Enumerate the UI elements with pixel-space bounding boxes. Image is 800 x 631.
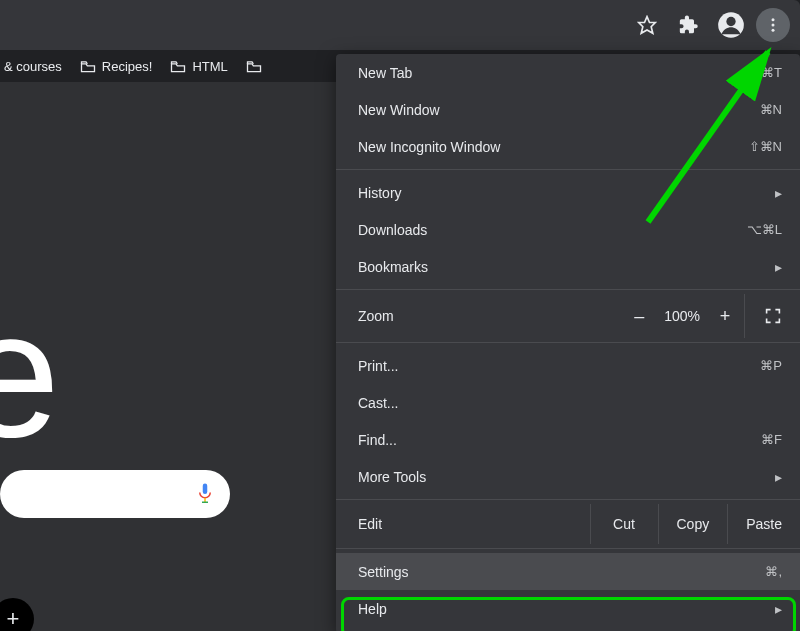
star-icon[interactable] [630, 8, 664, 42]
svg-point-5 [772, 29, 775, 32]
browser-toolbar [0, 0, 800, 50]
mic-icon[interactable] [196, 482, 214, 506]
chevron-right-icon: ▸ [775, 469, 782, 485]
menu-shortcut: ⌘T [761, 65, 782, 80]
menu-item-new-window[interactable]: New Window ⌘N [336, 91, 800, 128]
search-box[interactable] [0, 470, 230, 518]
menu-label: Downloads [358, 222, 427, 238]
bookmark-item-unnamed[interactable] [246, 60, 268, 73]
fullscreen-icon [765, 308, 781, 324]
menu-separator [336, 289, 800, 290]
svg-rect-6 [203, 484, 208, 495]
svg-point-4 [772, 24, 775, 27]
menu-separator [336, 499, 800, 500]
bookmark-item-courses[interactable]: & courses [4, 59, 62, 74]
svg-marker-0 [639, 17, 656, 34]
google-logo-fragment: e [0, 270, 52, 477]
bookmark-label: & courses [4, 59, 62, 74]
folder-icon [80, 60, 96, 73]
menu-shortcut: ⌘, [765, 564, 782, 579]
menu-item-cast[interactable]: Cast... [336, 384, 800, 421]
zoom-value: 100% [658, 308, 706, 324]
menu-shortcut: ⌘F [761, 432, 782, 447]
bookmark-label: HTML [192, 59, 227, 74]
menu-label: Print... [358, 358, 398, 374]
menu-label: More Tools [358, 469, 426, 485]
chevron-right-icon: ▸ [775, 185, 782, 201]
chevron-right-icon: ▸ [775, 259, 782, 275]
menu-label: Cast... [358, 395, 398, 411]
zoom-out-button[interactable]: – [620, 306, 658, 327]
menu-item-history[interactable]: History ▸ [336, 174, 800, 211]
menu-label: Zoom [336, 308, 620, 324]
menu-label: Help [358, 601, 387, 617]
menu-item-new-incognito[interactable]: New Incognito Window ⇧⌘N [336, 128, 800, 165]
menu-shortcut: ⌥⌘L [747, 222, 782, 237]
folder-icon [170, 60, 186, 73]
kebab-menu-icon[interactable] [756, 8, 790, 42]
menu-item-settings[interactable]: Settings ⌘, [336, 553, 800, 590]
menu-label: New Incognito Window [358, 139, 500, 155]
svg-point-3 [772, 18, 775, 21]
menu-label: New Window [358, 102, 440, 118]
menu-item-more-tools[interactable]: More Tools ▸ [336, 458, 800, 495]
menu-item-find[interactable]: Find... ⌘F [336, 421, 800, 458]
menu-item-print[interactable]: Print... ⌘P [336, 347, 800, 384]
menu-label: History [358, 185, 402, 201]
edit-cut-button[interactable]: Cut [590, 504, 658, 544]
menu-item-bookmarks[interactable]: Bookmarks ▸ [336, 248, 800, 285]
menu-item-help[interactable]: Help ▸ [336, 590, 800, 627]
menu-label: Settings [358, 564, 409, 580]
menu-label: Edit [336, 516, 590, 532]
menu-label: Bookmarks [358, 259, 428, 275]
menu-item-zoom: Zoom – 100% + [336, 294, 800, 338]
menu-item-edit: Edit Cut Copy Paste [336, 504, 800, 544]
svg-point-2 [726, 17, 735, 26]
edit-paste-button[interactable]: Paste [727, 504, 800, 544]
chevron-right-icon: ▸ [775, 601, 782, 617]
menu-separator [336, 548, 800, 549]
zoom-in-button[interactable]: + [706, 306, 744, 327]
menu-shortcut: ⌘N [760, 102, 782, 117]
folder-icon [246, 60, 262, 73]
profile-avatar-icon[interactable] [714, 8, 748, 42]
menu-separator [336, 342, 800, 343]
menu-item-downloads[interactable]: Downloads ⌥⌘L [336, 211, 800, 248]
menu-label: Find... [358, 432, 397, 448]
menu-shortcut: ⌘P [760, 358, 782, 373]
fullscreen-button[interactable] [744, 294, 800, 338]
bookmark-item-html[interactable]: HTML [170, 59, 227, 74]
menu-item-new-tab[interactable]: New Tab ⌘T [336, 54, 800, 91]
edit-copy-button[interactable]: Copy [658, 504, 728, 544]
plus-icon: + [7, 606, 20, 631]
menu-shortcut: ⇧⌘N [749, 139, 782, 154]
extensions-puzzle-icon[interactable] [672, 8, 706, 42]
menu-separator [336, 169, 800, 170]
bookmark-label: Recipes! [102, 59, 153, 74]
chrome-menu: New Tab ⌘T New Window ⌘N New Incognito W… [336, 54, 800, 631]
menu-label: New Tab [358, 65, 412, 81]
bookmark-item-recipes[interactable]: Recipes! [80, 59, 153, 74]
